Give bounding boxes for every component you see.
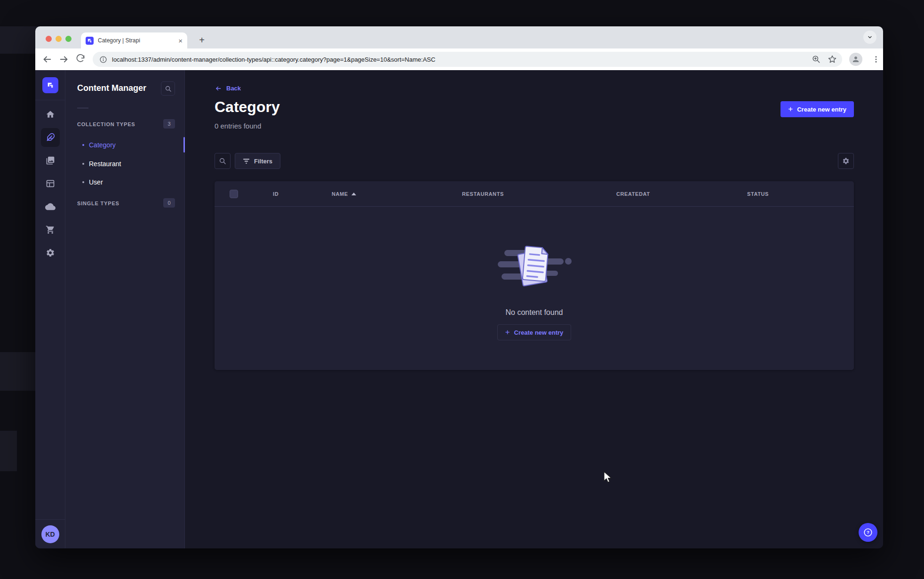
main-nav: KD — [35, 70, 65, 548]
back-link[interactable]: Back — [215, 85, 241, 92]
url-text[interactable]: localhost:1337/admin/content-manager/col… — [112, 56, 435, 63]
strapi-admin: KD Content Manager COLLECTION TYPES 3 Ca… — [35, 70, 883, 548]
deploy-cloud-icon[interactable] — [41, 197, 60, 216]
plus-icon: + — [505, 328, 510, 336]
select-all-checkbox[interactable] — [230, 190, 238, 198]
subnav-item-user[interactable]: User — [65, 173, 184, 192]
single-types-badge: 0 — [163, 198, 175, 208]
filters-row: Filters — [215, 153, 854, 169]
question-mark-icon: ? — [863, 527, 873, 538]
filters-label: Filters — [254, 158, 272, 165]
create-entry-button[interactable]: + Create new entry — [781, 101, 854, 117]
bullet-icon — [82, 181, 84, 183]
bullet-icon — [82, 144, 84, 146]
bookmark-star-icon[interactable] — [828, 55, 837, 64]
subnav-title: Content Manager — [77, 83, 146, 93]
create-entry-label: Create new entry — [797, 106, 846, 113]
subnav-item-category[interactable]: Category — [65, 136, 184, 154]
profile-icon[interactable] — [849, 53, 862, 66]
content-type-builder-icon[interactable] — [41, 174, 60, 193]
empty-state: No content found + Create new entry — [215, 207, 854, 370]
filter-icon — [243, 158, 250, 164]
settings-gear-icon[interactable] — [41, 243, 60, 262]
empty-documents-illustration — [497, 240, 572, 296]
browser-tab[interactable]: Category | Strapi × — [81, 32, 187, 48]
tab-title: Category | Strapi — [98, 37, 175, 44]
site-info-icon[interactable] — [99, 56, 107, 64]
fullscreen-window-button[interactable] — [65, 36, 72, 42]
minimize-window-button[interactable] — [56, 36, 62, 42]
column-header-status[interactable]: STATUS — [747, 191, 769, 197]
help-button[interactable]: ? — [859, 523, 877, 542]
browser-toolbar: localhost:1337/admin/content-manager/col… — [35, 48, 883, 70]
collection-types-label: COLLECTION TYPES — [77, 121, 135, 127]
empty-message: No content found — [506, 308, 563, 317]
tab-close-icon[interactable]: × — [178, 37, 183, 45]
empty-create-entry-button[interactable]: + Create new entry — [497, 324, 572, 340]
main-content: Back Category 0 entries found + Create n… — [185, 70, 883, 548]
strapi-logo-icon[interactable] — [42, 77, 58, 93]
gear-icon — [842, 157, 850, 165]
tab-search-chevron-icon[interactable] — [863, 31, 876, 44]
svg-text:?: ? — [867, 530, 869, 535]
url-bar[interactable]: localhost:1337/admin/content-manager/col… — [93, 52, 842, 67]
page-title: Category — [215, 98, 280, 116]
user-avatar[interactable]: KD — [41, 525, 59, 543]
column-header-restaurants[interactable]: RESTAURANTS — [462, 191, 504, 197]
bullet-icon — [82, 163, 84, 165]
reload-icon[interactable] — [76, 54, 86, 64]
desktop-fragment — [0, 431, 17, 471]
subnav-item-label: Restaurant — [89, 160, 121, 168]
column-header-createdat[interactable]: CREATEDAT — [616, 191, 650, 197]
filters-button[interactable]: Filters — [235, 153, 280, 169]
entries-count: 0 entries found — [215, 122, 261, 130]
back-arrow-icon — [215, 85, 222, 92]
entries-table-card: ID NAME RESTAURANTS CREATEDAT STATUS — [215, 181, 854, 370]
column-header-name[interactable]: NAME — [332, 191, 356, 197]
subnav-item-label: Category — [89, 141, 116, 149]
close-window-button[interactable] — [46, 36, 52, 42]
strapi-favicon-icon — [86, 37, 94, 45]
view-settings-button[interactable] — [838, 153, 854, 169]
browser-menu-dots-icon[interactable] — [872, 54, 881, 64]
column-header-id[interactable]: ID — [273, 191, 279, 197]
tab-strip: Category | Strapi × + — [35, 26, 883, 48]
sort-ascending-icon — [351, 193, 356, 195]
back-arrow-icon[interactable] — [42, 54, 52, 64]
home-icon[interactable] — [41, 105, 60, 124]
plus-icon: + — [788, 105, 793, 113]
browser-window: Category | Strapi × + localhost:1337/adm… — [35, 26, 883, 548]
table-search-button[interactable] — [215, 153, 231, 169]
content-manager-subnav: Content Manager COLLECTION TYPES 3 Categ… — [65, 70, 185, 548]
collection-types-badge: 3 — [163, 119, 175, 129]
forward-arrow-icon[interactable] — [59, 54, 69, 64]
divider — [77, 108, 88, 108]
back-label: Back — [226, 85, 241, 92]
zoom-search-icon[interactable] — [812, 55, 821, 64]
mouse-cursor — [601, 471, 613, 484]
empty-create-entry-label: Create new entry — [514, 329, 564, 336]
media-library-icon[interactable] — [41, 151, 60, 170]
single-types-label: SINGLE TYPES — [77, 201, 119, 206]
content-manager-feather-icon[interactable] — [41, 128, 60, 147]
subnav-item-restaurant[interactable]: Restaurant — [65, 154, 184, 173]
marketplace-cart-icon[interactable] — [41, 220, 60, 239]
new-tab-button[interactable]: + — [196, 34, 208, 47]
table-header: ID NAME RESTAURANTS CREATEDAT STATUS — [215, 181, 854, 207]
desktop-fragment — [0, 352, 35, 391]
subnav-search-button[interactable] — [161, 81, 175, 96]
subnav-item-label: User — [89, 178, 103, 186]
